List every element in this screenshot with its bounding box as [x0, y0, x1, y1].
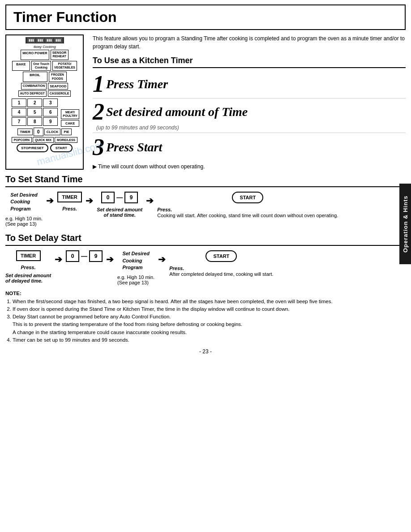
- oven-4way-label: 4way Cooking: [8, 45, 81, 49]
- oven-potato-veg-btn[interactable]: POTATO/VEGETABLES: [52, 61, 77, 71]
- oven-casserole-btn[interactable]: CASSEROLE: [48, 90, 71, 97]
- stand-time-diagram: Set DesiredCookingProgram e.g. High 10 m…: [5, 192, 406, 227]
- oven-num-9[interactable]: 9: [43, 117, 58, 126]
- stand-col2-caption: Press.: [62, 206, 77, 211]
- delay-timer-key[interactable]: TIMER: [16, 250, 41, 261]
- stand-arrow1: ➔: [46, 195, 54, 206]
- oven-row-bake: BAKE One TouchCooking POTATO/VEGETABLES: [8, 61, 81, 71]
- oven-meat-poultry-btn[interactable]: MEAT/POULTRY: [61, 109, 79, 120]
- main-content: To Set Stand Time Set DesiredCookingProg…: [5, 170, 406, 285]
- stand-col4-detail: Cooking will start. After cooking, stand…: [157, 212, 338, 219]
- delay-arrow3: ➔: [158, 254, 166, 265]
- oven-auto-defrost-btn[interactable]: AUTO DEFROST: [18, 90, 47, 97]
- oven-num-4[interactable]: 4: [12, 108, 26, 116]
- step3-note: ▶ Time will count down without oven oper…: [93, 163, 406, 170]
- oven-row-combination: COMBINATION SEAFOOD: [8, 83, 81, 90]
- oven-panel: ▮▮▮▮▮▮▮▮▮▮▮▮ 4way Cooking MICRO POWER SE…: [5, 34, 84, 170]
- step3-row: 3 Press Start: [93, 135, 406, 162]
- delay-col3-caption: e.g. High 10 min.(See page 13): [117, 275, 154, 285]
- stand-time-heading: To Set Stand Time: [5, 174, 406, 187]
- oven-popcorn-btn[interactable]: POPCORN: [12, 137, 32, 143]
- oven-combination-btn[interactable]: COMBINATION: [21, 83, 47, 90]
- stand-timer-key[interactable]: TIMER: [57, 192, 82, 202]
- oven-numpad: 1 2 3 4 5 6 7 8 9: [10, 98, 60, 127]
- stand-col4: START Press. Cooking will start. After c…: [157, 192, 338, 219]
- stand-col2: TIMER Press.: [57, 192, 82, 211]
- oven-pie-btn[interactable]: PIE: [61, 129, 71, 135]
- step1-row: 1 Press Timer: [93, 72, 406, 99]
- step1-number: 1: [93, 73, 104, 96]
- oven-clock-btn[interactable]: CLOCK: [44, 129, 61, 135]
- oven-right-btns: MEAT/POULTRY CAKE: [61, 98, 79, 127]
- oven-display: ▮▮▮▮▮▮▮▮▮▮▮▮: [26, 37, 64, 43]
- oven-sensor-reheat-btn[interactable]: SENSORREHEAT: [51, 50, 68, 60]
- oven-row-broil: BROIL FROZENFOODS: [8, 72, 81, 82]
- stand-col1: Set DesiredCookingProgram e.g. High 10 m…: [5, 192, 43, 227]
- stand-arrow3: ➔: [146, 195, 154, 206]
- oven-num-5[interactable]: 5: [27, 108, 42, 116]
- page-title: Timer Function: [13, 9, 398, 26]
- delay-num-row: 0 — 9: [66, 250, 103, 262]
- step2-number: 2: [93, 100, 104, 124]
- delay-num1[interactable]: 0: [66, 250, 79, 262]
- delay-num2[interactable]: 9: [89, 250, 103, 262]
- oven-micro-power-btn[interactable]: MICRO POWER: [21, 50, 49, 60]
- delay-col2: 0 — 9: [66, 250, 103, 262]
- stand-num2[interactable]: 9: [124, 192, 138, 203]
- oven-display-row: ▮▮▮▮▮▮▮▮▮▮▮▮: [8, 37, 81, 43]
- oven-stop-reset-btn[interactable]: STOP/RESET: [17, 144, 48, 152]
- delay-col4: START Press. After completed delayed tim…: [169, 250, 273, 278]
- stand-col3-caption: Set desired amountof stand time.: [97, 207, 142, 218]
- oven-row-stop-start: STOP/RESET START: [10, 144, 79, 152]
- delay-col1: TIMER Press. Set desired amountof delaye…: [5, 250, 51, 283]
- note-section: NOTE: When the first/second stage has fi…: [5, 290, 406, 344]
- stand-arrow2: ➔: [86, 195, 93, 206]
- delay-col4-detail: After completed delayed time, cooking wi…: [169, 271, 273, 278]
- oven-one-touch-btn[interactable]: One TouchCooking: [31, 61, 51, 71]
- oven-timer-btn[interactable]: TIMER: [17, 129, 32, 135]
- step3-number: 3: [93, 136, 104, 159]
- note-title: NOTE:: [5, 291, 21, 296]
- oven-num-3[interactable]: 3: [43, 99, 58, 107]
- delay-arrow2: ➔: [106, 254, 114, 265]
- title-bar: Timer Function: [5, 4, 406, 30]
- oven-more-less-btn[interactable]: MORE/LESS: [55, 137, 77, 143]
- top-section: ▮▮▮▮▮▮▮▮▮▮▮▮ 4way Cooking MICRO POWER SE…: [5, 34, 406, 170]
- page-number: - 23 -: [0, 348, 411, 355]
- step2-label: Set desired amount of Time: [106, 105, 248, 119]
- note-item-4: Timer can be set up to 99 minutes and 99…: [13, 336, 406, 344]
- stand-start-key[interactable]: START: [232, 192, 263, 203]
- delay-col1-sub: Set desired amountof delayed time.: [5, 273, 51, 283]
- oven-num-6[interactable]: 6: [43, 108, 58, 116]
- oven-start-btn[interactable]: START: [50, 144, 73, 152]
- delay-col4-text: Press. After completed delayed time, coo…: [169, 266, 273, 278]
- stand-num1[interactable]: 0: [101, 192, 115, 203]
- note-item-2: If oven door is opened during the Stand …: [13, 305, 406, 313]
- step2-sub: (up to 99 minutes and 99 seconds): [96, 124, 406, 131]
- oven-quick-mix-btn[interactable]: QUICK MIX: [33, 137, 54, 143]
- oven-broil-btn[interactable]: BROIL: [23, 72, 47, 82]
- delay-start-heading: To Set Delay Start: [5, 233, 406, 246]
- stand-col3: 0 — 9 Set desired amountof stand time.: [97, 192, 142, 218]
- oven-cake-btn[interactable]: CAKE: [61, 120, 79, 127]
- instructions-column: This feature allows you to program a Sta…: [93, 34, 406, 170]
- oven-seafood-btn[interactable]: SEAFOOD: [48, 83, 68, 90]
- oven-num-1[interactable]: 1: [12, 99, 26, 107]
- oven-row-popcorn: POPCORN QUICK MIX MORE/LESS: [10, 137, 79, 143]
- oven-num-7[interactable]: 7: [12, 117, 26, 126]
- delay-dash: —: [81, 253, 87, 260]
- oven-numpad-grid: 1 2 3 4 5 6 7 8 9: [12, 99, 58, 126]
- stand-col4-text: Press. Cooking will start. After cooking…: [157, 207, 338, 219]
- oven-bake-btn[interactable]: BAKE: [12, 61, 30, 71]
- delay-arrow1: ➔: [55, 254, 62, 265]
- oven-num-2[interactable]: 2: [27, 99, 42, 107]
- stand-col4-caption: Press.: [157, 207, 338, 212]
- delay-start-key[interactable]: START: [206, 250, 237, 262]
- oven-num-0[interactable]: 0: [34, 128, 43, 136]
- oven-num-8[interactable]: 8: [27, 117, 42, 126]
- stand-num-row: 0 — 9: [101, 192, 138, 203]
- oven-numpad-section: 1 2 3 4 5 6 7 8 9 MEAT/POULTRY CAKE: [10, 98, 79, 127]
- page: Timer Function manualslib.com Operation …: [0, 4, 411, 532]
- oven-frozen-foods-btn[interactable]: FROZENFOODS: [49, 72, 67, 82]
- kitchen-timer-heading: To Use as a Kitchen Timer: [93, 56, 406, 68]
